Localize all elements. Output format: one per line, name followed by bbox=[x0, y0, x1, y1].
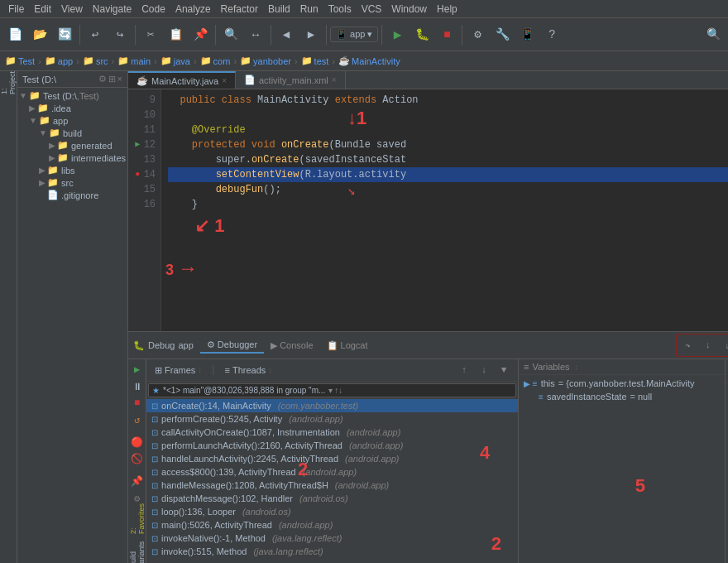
menu-navigate[interactable]: Navigate bbox=[88, 3, 136, 15]
tree-libs[interactable]: ▶ 📁 libs bbox=[19, 164, 126, 176]
bc-test2[interactable]: 📁 test bbox=[301, 55, 329, 66]
toolbar-sdk-btn[interactable]: 🔧 bbox=[491, 23, 514, 46]
bc-app[interactable]: 📁 app bbox=[45, 55, 73, 66]
debug-pause-btn[interactable]: ⏸ bbox=[129, 379, 146, 393]
toolbar-find-btn[interactable]: 🔍 bbox=[219, 23, 242, 46]
toolbar-back-btn[interactable]: ◀ bbox=[275, 23, 298, 46]
bc-mainactivity[interactable]: ☕ MainActivity bbox=[338, 55, 400, 66]
toolbar-cut-btn[interactable]: ✂ bbox=[139, 23, 162, 46]
tab-activitymain[interactable]: 📄 activity_main.xml × bbox=[236, 71, 346, 89]
toolbar-search-btn[interactable]: 🔍 bbox=[702, 23, 725, 46]
frames-tab[interactable]: ⊞ Frames ↕ bbox=[151, 364, 205, 377]
project-tab-btn[interactable]: 1: Project bbox=[0, 75, 17, 91]
toolbar-replace-btn[interactable]: ↔ bbox=[244, 23, 267, 46]
debug-panel: 🐛 Debug app ⚙ Debugger ▶ Console 📋 bbox=[128, 331, 728, 563]
toolbar-sep1 bbox=[79, 25, 80, 45]
tree-test[interactable]: ▼ 📁 Test (D:\ ,Test) bbox=[19, 89, 126, 102]
code-line-9: public class MainActivity extends Action bbox=[168, 93, 728, 108]
menu-analyze[interactable]: Analyze bbox=[170, 3, 216, 15]
stack-item-6[interactable]: ⊡ handleMessage():1208, ActivityThread$H… bbox=[146, 479, 518, 492]
tree-gitignore[interactable]: 📄 .gitignore bbox=[19, 189, 126, 201]
toolbar-copy-btn[interactable]: 📋 bbox=[164, 23, 187, 46]
toolbar-help-btn[interactable]: ? bbox=[540, 23, 563, 46]
menu-window[interactable]: Window bbox=[386, 3, 432, 15]
stack-item-2[interactable]: ⊡ callActivityOnCreate():1087, Instrumen… bbox=[146, 426, 518, 439]
debug-tab-debugger[interactable]: ⚙ Debugger bbox=[200, 338, 264, 354]
panel-close-icon[interactable]: × bbox=[117, 74, 122, 84]
tab-mainactivity[interactable]: ☕ MainActivity.java × bbox=[128, 71, 236, 89]
tree-generated[interactable]: ▶ 📁 generated bbox=[19, 139, 126, 152]
debug-favorites-btn[interactable]: 2: Favorites bbox=[129, 511, 146, 527]
debug-step-into-btn[interactable]: ↓ bbox=[698, 336, 716, 354]
bc-yanbober[interactable]: 📁 yanbober bbox=[240, 55, 291, 66]
stack-item-1[interactable]: ⊡ performCreate():5245, Activity (androi… bbox=[146, 412, 518, 426]
bc-java[interactable]: 📁 java bbox=[160, 55, 190, 66]
stack-item-7[interactable]: ⊡ dispatchMessage():102, Handler (androi… bbox=[146, 492, 518, 505]
tree-app[interactable]: ▼ 📁 app bbox=[19, 114, 126, 127]
panel-expand-icon[interactable]: ⊞ bbox=[108, 74, 116, 84]
debug-force-step-into-btn[interactable]: ⇓ bbox=[718, 336, 728, 354]
menu-build[interactable]: Build bbox=[263, 3, 295, 15]
toolbar-stop-btn[interactable]: ■ bbox=[435, 23, 458, 46]
menu-edit[interactable]: Edit bbox=[29, 3, 56, 15]
thread-selector[interactable]: ★ *<1> main"@830,026,398,888 in group "m… bbox=[148, 383, 516, 397]
thread-up-btn[interactable]: ↑ bbox=[455, 361, 473, 379]
toolbar-redo-btn[interactable]: ↪ bbox=[108, 23, 132, 46]
var-savedinstancestate[interactable]: ≡ savedInstanceState = null bbox=[520, 390, 723, 403]
stack-item-11[interactable]: ⊡ invoke():515, Method (java.lang.reflec… bbox=[146, 545, 518, 558]
toolbar-new-btn[interactable]: 📄 bbox=[3, 23, 26, 46]
debug-rerun-btn[interactable]: ↺ bbox=[129, 413, 146, 427]
menu-run[interactable]: Run bbox=[295, 3, 323, 15]
debug-clear-btn[interactable]: 🚫 bbox=[129, 452, 146, 466]
debug-step-over-btn[interactable]: ↷ bbox=[678, 336, 697, 354]
menu-file[interactable]: File bbox=[3, 3, 29, 15]
menu-vcs[interactable]: VCS bbox=[357, 3, 387, 15]
thread-filter-btn[interactable]: ▼ bbox=[495, 361, 513, 379]
thread-down-btn[interactable]: ↓ bbox=[475, 361, 493, 379]
toolbar-undo-btn[interactable]: ↩ bbox=[84, 23, 107, 46]
toolbar-open-btn[interactable]: 📂 bbox=[28, 23, 51, 46]
toolbar-gradle-btn[interactable]: ⚙ bbox=[466, 23, 489, 46]
debug-tab-logcat[interactable]: 📋 Logcat bbox=[320, 339, 375, 353]
stack-icon-10: ⊡ bbox=[151, 534, 158, 543]
bc-src[interactable]: 📁 src bbox=[83, 55, 108, 66]
menu-help[interactable]: Help bbox=[432, 3, 462, 15]
stack-item-4[interactable]: ⊡ handleLaunchActivity():2245, ActivityT… bbox=[146, 452, 518, 465]
debug-pin-btn[interactable]: 📌 bbox=[129, 474, 146, 488]
toolbar-sync-btn[interactable]: 🔄 bbox=[53, 23, 76, 46]
toolbar-forward-btn[interactable]: ▶ bbox=[299, 23, 323, 46]
tree-idea[interactable]: ▶ 📁 .idea bbox=[19, 102, 126, 114]
debug-stop-btn[interactable]: ■ bbox=[129, 397, 146, 411]
toolbar-paste-btn[interactable]: 📌 bbox=[189, 23, 212, 46]
tree-intermediates[interactable]: ▶ 📁 intermediates bbox=[19, 152, 126, 164]
stack-item-3[interactable]: ⊡ performLaunchActivity():2160, Activity… bbox=[146, 439, 518, 452]
stack-item-0[interactable]: ⊡ onCreate():14, MainActivity (com.yanbo… bbox=[146, 399, 518, 412]
app-selector[interactable]: 📱 app ▾ bbox=[330, 26, 378, 42]
bc-main[interactable]: 📁 main bbox=[117, 55, 151, 66]
tree-build[interactable]: ▼ 📁 build bbox=[19, 127, 126, 139]
stack-item-5[interactable]: ⊡ access$800():139, ActivityThread (andr… bbox=[146, 465, 518, 479]
bc-com[interactable]: 📁 com bbox=[200, 55, 231, 66]
debug-resume-btn[interactable]: ▶ bbox=[129, 363, 146, 377]
tab-close-mainactivity[interactable]: × bbox=[222, 76, 227, 85]
menu-tools[interactable]: Tools bbox=[323, 3, 357, 15]
tab-close-activitymain[interactable]: × bbox=[332, 75, 337, 84]
stack-item-9[interactable]: ⊡ main():5026, ActivityThread (android.a… bbox=[146, 518, 518, 532]
var-this[interactable]: ▶ ≡ this = {com.yanbober.test.MainActivi… bbox=[520, 377, 723, 390]
panel-settings-icon[interactable]: ⚙ bbox=[98, 74, 107, 84]
menu-refactor[interactable]: Refactor bbox=[216, 3, 263, 15]
bc-test[interactable]: 📁 Test bbox=[5, 55, 35, 66]
tree-src[interactable]: ▶ 📁 src bbox=[19, 176, 126, 189]
threads-tab[interactable]: ≡ Threads ↕ bbox=[222, 364, 276, 376]
debug-tab-console[interactable]: ▶ Console bbox=[264, 339, 319, 353]
menu-code[interactable]: Code bbox=[136, 3, 170, 15]
toolbar-run-btn[interactable]: ▶ bbox=[386, 23, 409, 46]
var-icon-2: ≡ bbox=[539, 392, 544, 402]
toolbar-avd-btn[interactable]: 📱 bbox=[515, 23, 539, 46]
stack-item-8[interactable]: ⊡ loop():136, Looper (android.os) bbox=[146, 505, 518, 518]
debug-build-btn[interactable]: Build Variants bbox=[129, 546, 146, 563]
debug-mute-btn[interactable]: 🔴 bbox=[129, 435, 146, 450]
menu-view[interactable]: View bbox=[56, 3, 88, 15]
toolbar-debug-btn[interactable]: 🐛 bbox=[410, 23, 433, 46]
stack-item-10[interactable]: ⊡ invokeNative():-1, Method (java.lang.r… bbox=[146, 532, 518, 545]
